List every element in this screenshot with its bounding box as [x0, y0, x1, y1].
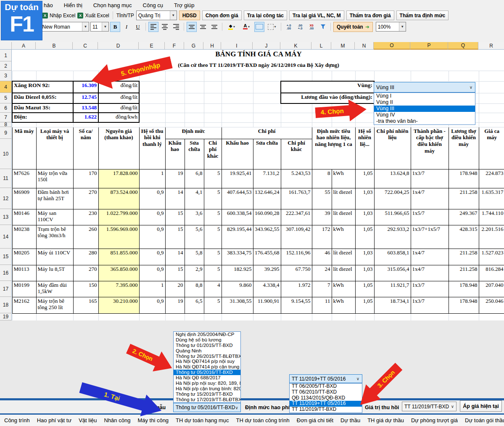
cell[interactable]: [204, 113, 222, 122]
cell[interactable]: [479, 93, 504, 103]
header-thanh-phan-cap-bac[interactable]: Thành phần - cấp bậc thợ điều khiển máy: [411, 127, 449, 169]
fuel-label[interactable]: Xăng RON 92:: [12, 81, 73, 93]
sub-header[interactable]: Sửa chữa: [253, 139, 281, 169]
data-cell[interactable]: 4: [204, 281, 222, 297]
row-header-18[interactable]: 18: [0, 297, 12, 313]
option[interactable]: TT 06/2010/TT-BXD: [290, 389, 362, 395]
fuel-value[interactable]: 12.745: [73, 93, 98, 103]
chevron-down-icon[interactable]: ▼: [170, 11, 177, 20]
data-cell[interactable]: 11: [312, 297, 332, 313]
column-header-K[interactable]: K: [280, 42, 311, 50]
sub-header[interactable]: Khấu hao: [222, 139, 253, 169]
data-cell[interactable]: 1.596.969.000: [98, 225, 139, 249]
data-cell[interactable]: 4,1: [185, 188, 204, 209]
option[interactable]: Vùng I: [374, 93, 475, 99]
cell[interactable]: [165, 113, 185, 122]
cell[interactable]: [222, 71, 253, 81]
sub-header[interactable]: Chi phí khác: [204, 139, 222, 169]
data-cell[interactable]: 14: [165, 249, 185, 265]
column-header-I[interactable]: I: [221, 42, 253, 50]
row-header-2[interactable]: 2: [0, 61, 12, 71]
data-cell[interactable]: Trạm trộn bê tông 30m3/h: [36, 225, 73, 249]
option[interactable]: Quảng Ninh: [174, 348, 240, 354]
toolbar-button-5[interactable]: Thẩm tra định mức: [396, 11, 449, 20]
cell[interactable]: [139, 113, 165, 122]
data-cell[interactable]: 1,03: [355, 188, 374, 209]
quyet-toan-button[interactable]: Quyết toán➜: [333, 22, 373, 32]
bold-button[interactable]: B: [110, 22, 120, 32]
cell[interactable]: [185, 81, 204, 93]
column-header-G[interactable]: G: [184, 42, 203, 50]
data-cell[interactable]: 0,9: [139, 265, 165, 281]
cell[interactable]: [222, 113, 253, 122]
row-header-16[interactable]: 16: [0, 265, 12, 281]
row-header-1[interactable]: 1: [0, 50, 12, 61]
data-cell[interactable]: 816.284: [479, 265, 504, 281]
cell[interactable]: [185, 113, 204, 122]
cell[interactable]: [204, 71, 222, 81]
cell[interactable]: [165, 81, 185, 93]
valign-middle-button[interactable]: [198, 22, 208, 32]
data-cell[interactable]: 211.258: [449, 249, 479, 265]
cell[interactable]: [253, 71, 281, 81]
italic-button[interactable]: I: [121, 22, 132, 32]
data-cell[interactable]: 1x4/7: [411, 265, 449, 281]
row-header-7[interactable]: 7: [0, 113, 12, 122]
increase-decimal-button[interactable]: +.0.00: [284, 22, 294, 32]
cell[interactable]: [222, 313, 253, 320]
data-cell[interactable]: 24: [312, 265, 332, 281]
cell[interactable]: [374, 71, 411, 81]
cell[interactable]: [204, 81, 222, 93]
data-cell[interactable]: 170: [73, 169, 98, 188]
data-cell[interactable]: 55: [312, 188, 332, 209]
data-cell[interactable]: 873.524.000: [98, 188, 139, 209]
cell[interactable]: [355, 122, 374, 127]
cell[interactable]: [479, 71, 504, 81]
cell[interactable]: [253, 103, 281, 113]
cell[interactable]: [253, 81, 281, 93]
cell[interactable]: [98, 313, 139, 320]
menu-item-3[interactable]: Công cụ: [143, 2, 163, 8]
ap-gia-hien-tai-button[interactable]: Áp giá hiện tại: [460, 400, 502, 412]
cell[interactable]: [312, 71, 332, 81]
menu-item-4[interactable]: Trợ giúp: [174, 2, 195, 8]
data-cell[interactable]: M2162: [12, 297, 36, 313]
column-header-L[interactable]: L: [311, 42, 331, 50]
option[interactable]: Hà Nội p/p cận trung bình: 820,: [174, 386, 240, 392]
column-header-D[interactable]: D: [98, 42, 139, 50]
vung-combo[interactable]: Vùng III ∨: [374, 82, 475, 93]
fuel-unit[interactable]: đồng/kwh: [98, 113, 139, 122]
cell[interactable]: [204, 93, 222, 103]
data-cell[interactable]: 0,9: [139, 225, 165, 249]
data-cell[interactable]: 19: [165, 297, 185, 313]
fuel-label[interactable]: Dầu Mazut 3S:: [12, 103, 73, 113]
data-cell[interactable]: 1,05: [355, 169, 374, 188]
option[interactable]: Thông tư 05/2016/TT-BXD: [174, 370, 240, 375]
data-cell[interactable]: 8: [312, 169, 332, 188]
data-cell[interactable]: 270: [73, 265, 98, 281]
row-header-12[interactable]: 12: [0, 188, 12, 209]
header-ma-may[interactable]: Mã máy: [12, 127, 36, 169]
data-cell[interactable]: 343.962,55: [253, 225, 281, 249]
filter-button[interactable]: [318, 22, 328, 32]
data-cell[interactable]: 7: [312, 281, 332, 297]
cell[interactable]: [165, 103, 185, 113]
row-header-15[interactable]: 15: [0, 249, 12, 265]
cell[interactable]: [73, 313, 98, 320]
header-so-ca-nam[interactable]: Số ca/ năm: [73, 127, 98, 169]
cell[interactable]: [479, 81, 504, 93]
clear-number-format-button[interactable]: X0.00: [306, 22, 317, 32]
option[interactable]: Hà Nội QĐ 688/2017: [174, 375, 240, 381]
valign-top-button[interactable]: [187, 22, 197, 32]
fill-color-button[interactable]: ◆▾: [225, 22, 238, 32]
data-cell[interactable]: 5,6: [185, 225, 204, 249]
data-cell[interactable]: lít diezel: [332, 265, 355, 281]
data-cell[interactable]: 307.109,42: [281, 225, 312, 249]
column-header-C[interactable]: C: [73, 42, 98, 50]
cell[interactable]: [185, 71, 204, 81]
data-cell[interactable]: 132.646,24: [253, 188, 281, 209]
row-header-5[interactable]: 5: [0, 93, 12, 103]
decrease-decimal-button[interactable]: .00+.0: [295, 22, 305, 32]
cell[interactable]: [479, 113, 504, 122]
data-cell[interactable]: kWh: [332, 169, 355, 188]
